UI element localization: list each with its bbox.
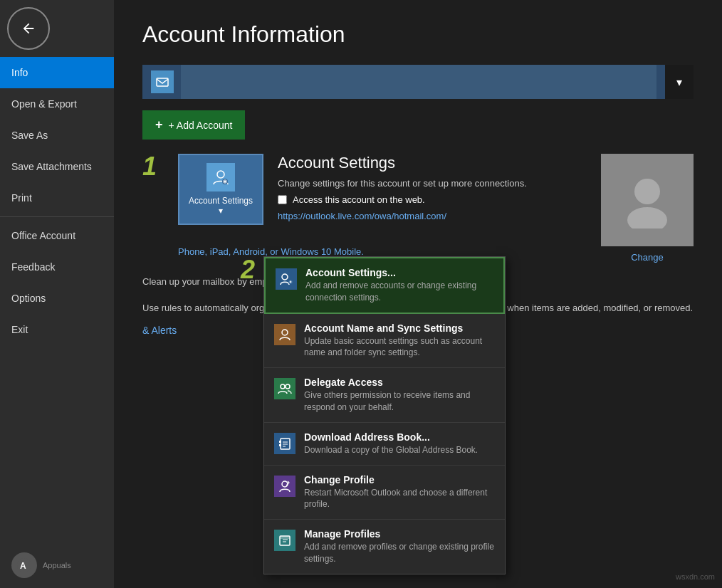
dropdown-item-delegate[interactable]: Delegate Access Give others permission t… bbox=[264, 368, 505, 423]
dropdown-desc-change-profile: Restart Microsoft Outlook and choose a d… bbox=[304, 487, 495, 511]
dropdown-icon-delegate bbox=[274, 378, 295, 399]
account-dropdown-button[interactable]: ▾ bbox=[665, 65, 694, 99]
add-account-button[interactable]: + + Add Account bbox=[142, 110, 245, 140]
dropdown-icon-change-profile bbox=[274, 476, 295, 497]
account-email-bar bbox=[142, 65, 665, 99]
svg-point-16 bbox=[282, 481, 288, 487]
dropdown-desc-manage-profiles: Add and remove profiles or change existi… bbox=[304, 541, 495, 565]
dropdown-content-delegate: Delegate Access Give others permission t… bbox=[304, 377, 495, 414]
dropdown-desc-account-settings: Add and remove accounts or change existi… bbox=[305, 280, 493, 304]
watermark: wsxdn.com bbox=[676, 572, 715, 581]
alerts-label: & Alerts bbox=[142, 325, 177, 336]
address-book-icon bbox=[278, 436, 292, 451]
dropdown-item-change-profile[interactable]: Change Profile Restart Microsoft Outlook… bbox=[264, 466, 505, 520]
account-settings-btn-label: Account Settings ▾ bbox=[187, 196, 255, 216]
svg-rect-18 bbox=[280, 536, 290, 539]
sidebar-item-save-as[interactable]: Save As bbox=[0, 120, 114, 151]
step-1-label: 1 bbox=[142, 154, 164, 179]
divider-1 bbox=[0, 216, 114, 217]
watermark-text: Appuals bbox=[43, 561, 71, 569]
dropdown-icon-account-settings bbox=[276, 268, 297, 290]
dropdown-content-manage-profiles: Manage Profiles Add and remove profiles … bbox=[304, 528, 495, 565]
svg-point-10 bbox=[282, 330, 288, 335]
sidebar: Info Open & Export Save As Save Attachme… bbox=[0, 0, 114, 588]
sidebar-item-options[interactable]: Options bbox=[0, 283, 114, 314]
change-avatar-link[interactable]: Change bbox=[631, 252, 664, 263]
back-button[interactable] bbox=[7, 7, 50, 50]
svg-point-11 bbox=[281, 384, 285, 389]
sidebar-item-office-account[interactable]: Office Account bbox=[0, 220, 114, 251]
dropdown-item-name-sync[interactable]: Account Name and Sync Settings Update ba… bbox=[264, 314, 505, 369]
back-icon bbox=[21, 21, 36, 36]
sidebar-item-open-export[interactable]: Open & Export bbox=[0, 88, 114, 120]
dropdown-title-manage-profiles: Manage Profiles bbox=[304, 528, 495, 540]
dropdown-content-change-profile: Change Profile Restart Microsoft Outlook… bbox=[304, 474, 495, 511]
sidebar-nav: Info Open & Export Save As Save Attachme… bbox=[0, 57, 114, 542]
account-settings-section: 1 Account Settings ▾ Account Settings Ch… bbox=[142, 154, 694, 225]
outlook-link[interactable]: https://outlook.live.com/owa/hotmail.com… bbox=[278, 211, 446, 221]
svg-point-12 bbox=[286, 384, 290, 389]
add-icon: + bbox=[155, 117, 163, 132]
svg-rect-15 bbox=[279, 444, 281, 446]
dropdown-title-change-profile: Change Profile bbox=[304, 474, 495, 485]
svg-point-7 bbox=[627, 207, 667, 229]
account-settings-icon bbox=[206, 163, 235, 191]
sidebar-item-feedback[interactable]: Feedback bbox=[0, 251, 114, 283]
dropdown-item-account-settings[interactable]: Account Settings... Add and remove accou… bbox=[264, 257, 505, 314]
account-gear-icon bbox=[211, 167, 231, 187]
appuals-logo: A bbox=[16, 557, 32, 573]
step-2-label: 2 bbox=[241, 255, 255, 285]
account-settings-menu-icon bbox=[279, 272, 293, 286]
main-content: Account Information ▾ + + Add Account 1 bbox=[114, 0, 722, 588]
dropdown-icon-name-sync bbox=[274, 324, 295, 345]
svg-rect-2 bbox=[157, 78, 168, 86]
app-logo: A Appuals bbox=[0, 542, 114, 588]
sync-icon bbox=[278, 327, 292, 342]
avatar-box bbox=[601, 154, 694, 246]
dropdown-desc-name-sync: Update basic account settings such as ac… bbox=[304, 335, 495, 359]
account-bar: ▾ bbox=[142, 65, 694, 99]
avatar-section: Change bbox=[601, 154, 694, 263]
svg-rect-14 bbox=[279, 441, 281, 443]
logo-icon: A bbox=[11, 552, 37, 578]
manage-profiles-icon bbox=[278, 533, 292, 547]
sidebar-item-exit[interactable]: Exit bbox=[0, 314, 114, 345]
account-icon bbox=[151, 70, 174, 93]
page-title: Account Information bbox=[142, 21, 694, 48]
dropdown-icon-address-book bbox=[274, 433, 295, 454]
dropdown-desc-delegate: Give others permission to receive items … bbox=[304, 389, 495, 414]
sidebar-item-print[interactable]: Print bbox=[0, 182, 114, 214]
change-profile-icon bbox=[278, 479, 292, 493]
svg-point-8 bbox=[282, 274, 288, 280]
svg-point-6 bbox=[634, 179, 660, 204]
avatar-icon bbox=[619, 172, 676, 229]
dropdown-content-account-settings: Account Settings... Add and remove accou… bbox=[305, 267, 493, 304]
dropdown-title-address-book: Download Address Book... bbox=[304, 431, 495, 443]
dropdown-content-address-book: Download Address Book... Download a copy… bbox=[304, 431, 495, 456]
svg-text:A: A bbox=[20, 561, 26, 571]
email-icon bbox=[155, 75, 169, 89]
access-checkbox[interactable] bbox=[278, 195, 287, 204]
dropdown-title-account-settings: Account Settings... bbox=[305, 267, 493, 278]
dropdown-menu: Account Settings... Add and remove accou… bbox=[263, 256, 506, 574]
dropdown-desc-address-book: Download a copy of the Global Address Bo… bbox=[304, 444, 495, 456]
dropdown-title-name-sync: Account Name and Sync Settings bbox=[304, 322, 495, 334]
delegate-icon bbox=[278, 382, 292, 396]
sidebar-item-save-attachments[interactable]: Save Attachments bbox=[0, 151, 114, 182]
access-label: Access this account on the web. bbox=[293, 194, 425, 205]
svg-point-3 bbox=[217, 171, 224, 178]
dropdown-item-address-book[interactable]: Download Address Book... Download a copy… bbox=[264, 423, 505, 466]
dropdown-icon-manage-profiles bbox=[274, 530, 295, 551]
sidebar-item-info[interactable]: Info bbox=[0, 57, 114, 88]
dropdown-item-manage-profiles[interactable]: Manage Profiles Add and remove profiles … bbox=[264, 520, 505, 574]
svg-point-5 bbox=[224, 180, 226, 182]
dropdown-content-name-sync: Account Name and Sync Settings Update ba… bbox=[304, 322, 495, 359]
dropdown-title-delegate: Delegate Access bbox=[304, 377, 495, 388]
account-settings-button[interactable]: Account Settings ▾ bbox=[178, 154, 263, 225]
